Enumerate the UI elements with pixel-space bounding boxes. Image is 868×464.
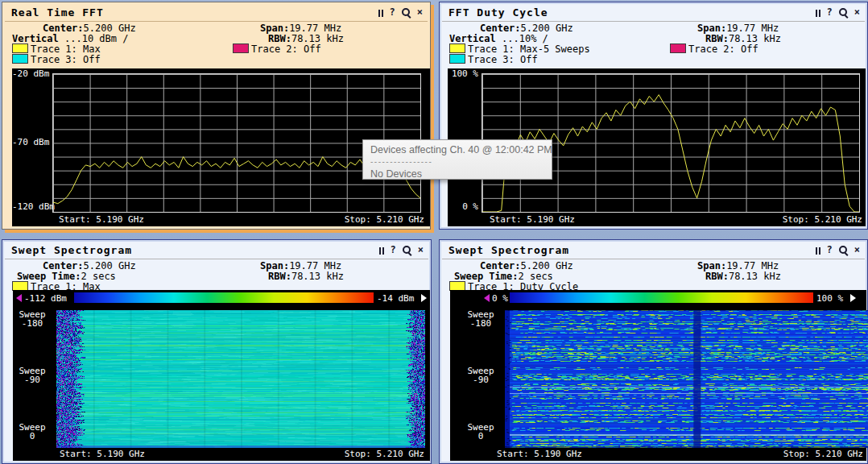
spectrogram-chart-area[interactable]: 0 % 100 % Sweep-180 Sweep-90 Sweep0 Star…: [450, 290, 866, 461]
close-icon[interactable]: ×: [417, 8, 423, 17]
panel-controls: ? ×: [816, 8, 860, 17]
y-axis-bottom-label: 0 %: [448, 202, 478, 211]
color-scale: -112 dBm -14 dBm: [13, 292, 430, 304]
trace2-swatch: [670, 44, 686, 53]
trace2-legend[interactable]: Trace 2: Off: [233, 44, 321, 55]
x-axis-stop-label: Stop: 5.210 GHz: [345, 450, 424, 458]
panel-real-time-fft: Real Time FFT ? × Center:5.200 GHz Span:…: [2, 2, 431, 230]
close-icon[interactable]: ×: [854, 246, 860, 255]
sweep-axis-bottom: Sweep0: [14, 423, 50, 441]
span-value: Span:19.77 MHz: [260, 23, 341, 34]
center-frequency: Center:5.200 GHz: [43, 23, 136, 34]
trace3-swatch: [449, 54, 465, 64]
x-axis-stop-label: Stop: 5.210 GHz: [345, 215, 424, 224]
trace1-legend[interactable]: Trace 1: Max-5 Sweeps: [449, 44, 590, 55]
panel-swept-spectrogram-duty: Swept Spectrogram ? × Center:5.200 GHz S…: [439, 239, 868, 464]
span-value: Span:19.77 MHz: [697, 23, 779, 34]
color-gradient-bar: [74, 292, 374, 303]
tooltip-title: Devices affecting Ch. 40 @ 12:00:42 PM: [370, 144, 544, 155]
help-icon[interactable]: ?: [390, 8, 395, 17]
center-frequency: Center:5.200 GHz: [480, 260, 573, 271]
zoom-icon[interactable]: [839, 246, 848, 255]
rbw-value: RBW:78.13 kHz: [268, 33, 344, 44]
tooltip-separator: ----------------: [370, 157, 544, 166]
center-frequency: Center:5.200 GHz: [43, 260, 136, 271]
trace2-legend[interactable]: Trace 2: Off: [670, 44, 758, 55]
trace1-legend[interactable]: Trace 1: Max: [12, 44, 101, 55]
pause-icon[interactable]: [816, 246, 820, 255]
panel-controls: ? ×: [379, 246, 424, 255]
devices-tooltip: Devices affecting Ch. 40 @ 12:00:42 PM -…: [362, 139, 552, 180]
scale-max-handle-icon[interactable]: [421, 294, 427, 302]
panel-title: Swept Spectrogram: [11, 244, 132, 256]
spectrogram-display[interactable]: [56, 310, 425, 448]
scale-max-label: 100 %: [816, 294, 843, 303]
panel-fft-duty-cycle: FFT Duty Cycle ? × Center:5.200 GHz Span…: [439, 2, 868, 230]
x-axis-stop-label: Stop: 5.210 GHz: [783, 215, 862, 224]
scale-max-handle-icon[interactable]: [850, 294, 856, 302]
spectrogram-display[interactable]: [505, 310, 868, 448]
sweep-time: Sweep Time:2 secs: [454, 271, 553, 282]
panel-title: Real Time FFT: [11, 6, 104, 19]
vertical-scale: Vertical ...10% /: [449, 33, 548, 44]
trace1-swatch: [12, 44, 28, 53]
trace3-legend[interactable]: Trace 3: Off: [12, 54, 101, 65]
vertical-scale: Vertical ...10 dBm /: [12, 33, 129, 44]
sweep-axis-top: Sweep-180: [14, 310, 50, 328]
panel-controls: ? ×: [378, 8, 423, 17]
trace3-legend[interactable]: Trace 3: Off: [449, 54, 538, 65]
scale-max-label: -14 dBm: [377, 294, 414, 303]
panel-controls: ? ×: [816, 246, 860, 255]
center-frequency: Center:5.200 GHz: [480, 23, 573, 34]
y-axis-top-label: 100 %: [448, 69, 478, 78]
x-axis-start-label: Start: 5.190 GHz: [59, 215, 144, 224]
rbw-value: RBW:78.13 kHz: [268, 271, 344, 282]
sweep-axis-top: Sweep-180: [463, 310, 498, 328]
help-icon[interactable]: ?: [827, 246, 833, 255]
titlebar-swept-spectrogram[interactable]: Swept Spectrogram ? ×: [5, 242, 428, 259]
titlebar-fft-duty-cycle[interactable]: FFT Duty Cycle ? ×: [442, 4, 865, 22]
tooltip-body: No Devices: [370, 168, 544, 180]
color-gradient-bar: [510, 292, 813, 303]
zoom-icon[interactable]: [402, 8, 411, 17]
trace2-swatch: [233, 44, 249, 53]
span-value: Span:19.77 MHz: [697, 260, 779, 271]
spectrogram-chart-area[interactable]: -112 dBm -14 dBm Sweep-180 Sweep-90 Swee…: [13, 290, 430, 461]
pause-icon[interactable]: [816, 9, 820, 17]
x-axis-stop-label: Stop: 5.210 GHz: [783, 450, 863, 458]
scale-min-handle-icon[interactable]: [16, 294, 22, 302]
help-icon[interactable]: ?: [391, 246, 396, 255]
rbw-value: RBW:78.13 kHz: [705, 271, 781, 282]
pause-icon[interactable]: [379, 246, 384, 255]
x-axis-start-label: Start: 5.190 GHz: [490, 215, 575, 224]
y-axis-mid-label: -70 dBm: [12, 138, 49, 147]
scale-min-label: -112 dBm: [24, 294, 67, 303]
sweep-time: Sweep Time:2 secs: [17, 271, 116, 282]
help-icon[interactable]: ?: [827, 8, 833, 17]
scale-min-handle-icon[interactable]: [484, 294, 490, 302]
span-value: Span:19.77 MHz: [260, 260, 341, 271]
sweep-axis-mid: Sweep-90: [14, 367, 50, 384]
panel-swept-spectrogram-power: Swept Spectrogram ? × Center:5.200 GHz S…: [2, 239, 432, 464]
color-scale: 0 % 100 %: [450, 292, 866, 304]
rbw-value: RBW:78.13 kHz: [705, 33, 781, 44]
titlebar-real-time-fft[interactable]: Real Time FFT ? ×: [5, 4, 428, 22]
x-axis-start-label: Start: 5.190 GHz: [497, 450, 582, 458]
panel-title: FFT Duty Cycle: [448, 6, 548, 19]
close-icon[interactable]: ×: [418, 246, 424, 255]
sweep-axis-mid: Sweep-90: [463, 367, 498, 384]
close-icon[interactable]: ×: [854, 8, 860, 17]
x-axis-start-label: Start: 5.190 GHz: [60, 450, 145, 458]
zoom-icon[interactable]: [403, 246, 411, 255]
panel-title: Swept Spectrogram: [448, 244, 569, 256]
y-axis-bottom-label: -120 dBm: [12, 202, 49, 211]
titlebar-swept-spectrogram[interactable]: Swept Spectrogram ? ×: [442, 242, 865, 259]
trace1-swatch: [449, 44, 465, 53]
zoom-icon[interactable]: [839, 8, 848, 17]
sweep-axis-bottom: Sweep0: [463, 423, 498, 441]
scale-min-label: 0 %: [492, 294, 508, 303]
pause-icon[interactable]: [378, 9, 383, 17]
y-axis-top-label: -20 dBm: [12, 69, 49, 78]
trace3-swatch: [12, 54, 28, 64]
